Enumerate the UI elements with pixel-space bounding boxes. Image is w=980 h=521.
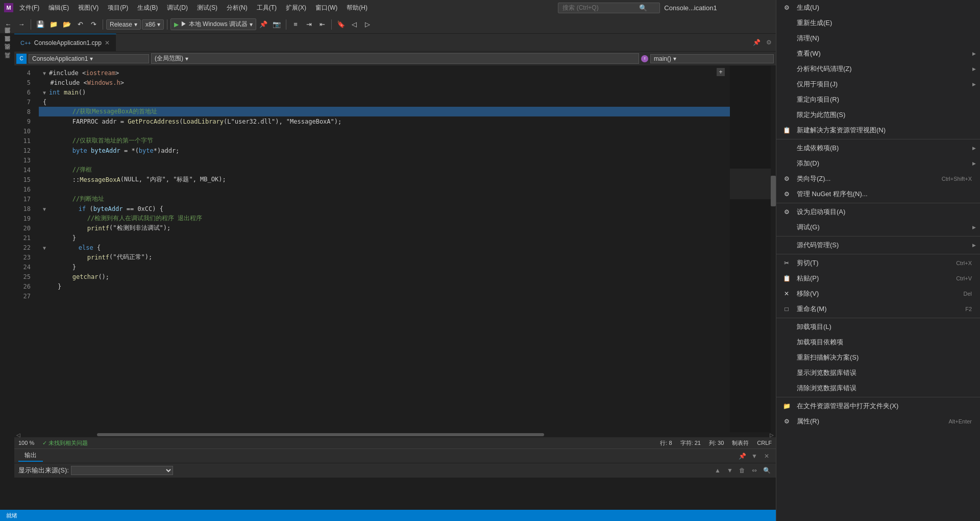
output-source-select[interactable] <box>71 466 173 475</box>
platform-dropdown[interactable]: x86 ▾ <box>142 19 164 30</box>
menu-test[interactable]: 测试(S) <box>193 2 222 14</box>
menu-debug[interactable]: 调试(D) <box>163 2 192 14</box>
menu-edit[interactable]: 编辑(E) <box>44 2 73 14</box>
context-menu-item[interactable]: 查看(W) <box>776 46 980 61</box>
undo-button[interactable]: ↶ <box>74 18 86 31</box>
line-number: 8 <box>14 107 35 116</box>
editor-scrollbar[interactable] <box>771 66 776 432</box>
context-menu-item[interactable]: 📁在文件资源管理器中打开文件夹(X) <box>776 398 980 414</box>
tab-settings-button[interactable]: ⚙ <box>764 37 774 48</box>
add-line-button[interactable]: + <box>717 68 725 76</box>
separator3 <box>167 19 167 30</box>
menu-item-icon: ✕ <box>782 290 791 298</box>
context-menu-item[interactable]: 仅用于项目(J) <box>776 77 980 92</box>
context-menu-item[interactable]: 调试(G) <box>776 220 980 235</box>
panel-close-button[interactable]: ✕ <box>762 451 772 461</box>
output-wrap-button[interactable]: ⇔ <box>749 465 760 476</box>
menu-analyze[interactable]: 分析(N) <box>223 2 252 14</box>
forward-button[interactable]: → <box>15 18 28 31</box>
context-menu-item[interactable]: ⚙属性(R)Alt+Enter <box>776 414 980 429</box>
output-clear-button[interactable]: 🗑 <box>737 465 747 476</box>
side-label-solution[interactable]: 解决方案资源管理器 <box>3 34 12 42</box>
context-menu-item[interactable]: ⚙生成(U) <box>776 0 980 15</box>
context-menu-item[interactable]: 重新扫描解决方案(S) <box>776 350 980 365</box>
context-menu-item[interactable]: 加载项目依赖项 <box>776 335 980 350</box>
status-ready[interactable]: 就绪 <box>4 512 19 519</box>
new-project-button[interactable]: 📁 <box>47 18 60 31</box>
context-menu-item[interactable]: 生成依赖项(B) <box>776 140 980 156</box>
tab-bar: C++ ConsoleApplication1.cpp ✕ 📌 ⚙ <box>14 34 776 52</box>
code-editor[interactable]: 4567891011121314151617181920212223242526… <box>14 66 776 432</box>
scroll-left-button[interactable]: ◁ <box>14 432 22 437</box>
open-button[interactable]: 📂 <box>61 18 73 31</box>
context-menu-item[interactable]: 卸载项目(L) <box>776 319 980 335</box>
save-button[interactable]: 💾 <box>34 18 46 31</box>
output-find-button[interactable]: 🔍 <box>762 465 772 476</box>
code-content[interactable]: ▼#include <iostream> #include <Windows.h… <box>39 66 730 432</box>
editor-tab-active[interactable]: C++ ConsoleApplication1.cpp ✕ <box>14 34 116 51</box>
side-label-team[interactable]: 团队资源管理器 <box>3 42 12 50</box>
context-menu-item[interactable]: 重定向项目(R) <box>776 92 980 107</box>
context-menu-item[interactable]: ✕移除(V)Del <box>776 286 980 301</box>
project-dropdown[interactable]: ConsoleApplication1 ▾ <box>29 54 149 63</box>
format-button[interactable]: ≡ <box>289 18 302 31</box>
menu-help[interactable]: 帮助(H) <box>342 2 372 14</box>
prev-bookmark[interactable]: ◁ <box>348 18 360 31</box>
h-scrollbar-thumb[interactable] <box>97 433 544 436</box>
outdent-button[interactable]: ⇤ <box>316 18 328 31</box>
menu-item-icon: 📋 <box>782 274 791 282</box>
menu-item-label: 加载项目依赖项 <box>797 338 843 347</box>
redo-button[interactable]: ↷ <box>87 18 100 31</box>
menu-file[interactable]: 文件(F) <box>15 2 43 14</box>
scroll-right-button[interactable]: ▷ <box>768 432 776 437</box>
search-input[interactable] <box>562 4 639 11</box>
context-menu-item[interactable]: 源代码管理(S) <box>776 238 980 253</box>
scope-dropdown[interactable]: (全局范围) ▾ <box>151 53 639 64</box>
context-menu-item[interactable]: 显示浏览数据库错误 <box>776 365 980 381</box>
horizontal-scrollbar[interactable]: ◁ ▷ <box>14 432 776 437</box>
menu-extensions[interactable]: 扩展(X) <box>282 2 310 14</box>
menu-window[interactable]: 窗口(W) <box>311 2 341 14</box>
context-menu-item[interactable]: ⚙类向导(Z)...Ctrl+Shift+X <box>776 171 980 186</box>
back-button[interactable]: ← <box>2 18 14 31</box>
menu-build[interactable]: 生成(B) <box>133 2 162 14</box>
panel-collapse-button[interactable]: ▼ <box>749 451 760 461</box>
menu-view[interactable]: 视图(V) <box>74 2 103 14</box>
context-menu-item[interactable]: 📋粘贴(P)Ctrl+V <box>776 271 980 286</box>
run-button[interactable]: ▶ ▶ 本地 Windows 调试器 ▾ <box>170 18 256 30</box>
tab-close-button[interactable]: ✕ <box>105 39 110 46</box>
context-menu-item[interactable]: 📋新建解决方案资源管理视图(N) <box>776 123 980 138</box>
scrollbar-thumb[interactable] <box>771 176 776 206</box>
attach-button[interactable]: 📌 <box>257 18 270 31</box>
context-menu-item[interactable]: 重新生成(E) <box>776 15 980 31</box>
context-menu-item[interactable]: 添加(D) <box>776 156 980 171</box>
output-down-button[interactable]: ▼ <box>725 465 735 476</box>
snapshot-button[interactable]: 📷 <box>271 18 283 31</box>
line-number: 21 <box>14 233 35 243</box>
output-tab[interactable]: 输出 <box>18 450 43 462</box>
function-dropdown[interactable]: main() ▾ <box>650 54 774 63</box>
context-menu-item[interactable]: □重命名(M)F2 <box>776 301 980 317</box>
context-menu-item[interactable]: 清除浏览数据库错误 <box>776 381 980 396</box>
panel-pin-button[interactable]: 📌 <box>737 451 747 461</box>
context-menu-item[interactable]: 清理(N) <box>776 31 980 46</box>
context-menu-item[interactable]: 限定为此范围(S) <box>776 107 980 123</box>
code-token: //仅获取首地址的第一个字节 <box>72 136 153 145</box>
tab-pin-button[interactable]: 📌 <box>751 37 762 48</box>
zoom-level[interactable]: 100 % <box>18 440 34 446</box>
context-menu-item[interactable]: 分析和代码清理(Z) <box>776 61 980 77</box>
menu-project[interactable]: 项目(P) <box>104 2 132 14</box>
search-box[interactable]: 🔍 <box>558 3 660 13</box>
context-menu-item[interactable]: ⚙设为启动项目(A) <box>776 204 980 220</box>
project-dropdown-arrow-icon: ▾ <box>90 55 93 62</box>
indent-button[interactable]: ⇥ <box>303 18 315 31</box>
side-label-class[interactable]: 类视图 <box>3 50 12 58</box>
bookmark-button[interactable]: 🔖 <box>335 18 347 31</box>
output-up-button[interactable]: ▲ <box>713 465 723 476</box>
next-bookmark[interactable]: ▷ <box>361 18 374 31</box>
menu-tools[interactable]: 工具(T) <box>253 2 281 14</box>
context-menu-item[interactable]: ✂剪切(T)Ctrl+X <box>776 255 980 271</box>
side-label-toolbox[interactable]: 工具箱 <box>3 58 12 66</box>
context-menu-item[interactable]: ⚙管理 NuGet 程序包(N)... <box>776 186 980 202</box>
configuration-dropdown[interactable]: Release ▾ <box>106 19 141 30</box>
